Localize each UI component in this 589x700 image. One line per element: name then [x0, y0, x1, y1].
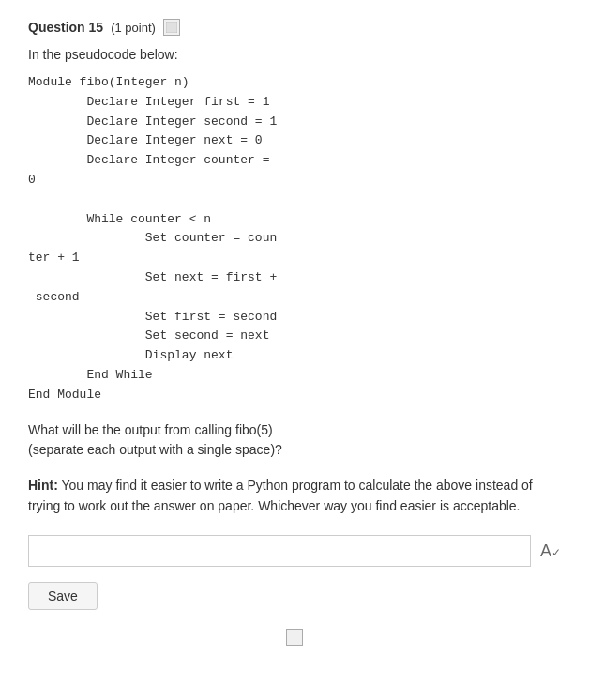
code-block: Module fibo(Integer n) Declare Integer f…: [28, 73, 561, 405]
hint-text: You may find it easier to write a Python…: [28, 478, 533, 513]
intro-text: In the pseudocode below:: [28, 47, 561, 62]
hint-label: Hint:: [28, 478, 58, 493]
hint-block: Hint: You may find it easier to write a …: [28, 475, 561, 517]
save-button[interactable]: Save: [28, 582, 98, 610]
point-label: (1 point): [111, 21, 156, 35]
flag-icon[interactable]: [163, 19, 180, 36]
question-text: What will be the output from calling fib…: [28, 420, 561, 460]
answer-input[interactable]: [28, 535, 531, 567]
answer-row: A✓: [28, 535, 561, 567]
bottom-flag-container: [28, 629, 561, 646]
spellcheck-icon[interactable]: A✓: [540, 541, 561, 561]
svg-rect-0: [166, 22, 177, 33]
bottom-flag-icon[interactable]: [286, 629, 303, 646]
question-title: Question 15: [28, 20, 103, 35]
